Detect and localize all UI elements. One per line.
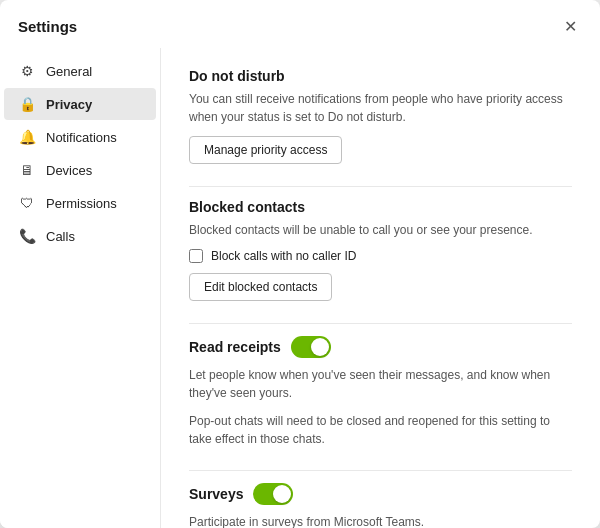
do-not-disturb-title: Do not disturb [189,68,572,84]
sidebar-item-general[interactable]: ⚙General [4,55,156,87]
do-not-disturb-desc: You can still receive notifications from… [189,90,572,126]
title-bar: Settings ✕ [0,0,600,48]
close-button[interactable]: ✕ [558,14,582,38]
sidebar-label-devices: Devices [46,163,92,178]
sidebar-item-calls[interactable]: 📞Calls [4,220,156,252]
surveys-title: Surveys [189,486,243,502]
surveys-toggle[interactable] [253,483,293,505]
edit-blocked-contacts-button[interactable]: Edit blocked contacts [189,273,332,301]
privacy-icon: 🔒 [18,96,36,112]
divider-1 [189,186,572,187]
content-area: ⚙General🔒Privacy🔔Notifications🖥Devices🛡P… [0,48,600,528]
sidebar-label-notifications: Notifications [46,130,117,145]
manage-priority-access-button[interactable]: Manage priority access [189,136,342,164]
sidebar-item-notifications[interactable]: 🔔Notifications [4,121,156,153]
blocked-contacts-title: Blocked contacts [189,199,572,215]
blocked-contacts-desc: Blocked contacts will be unable to call … [189,221,572,239]
read-receipts-desc1: Let people know when you've seen their m… [189,366,572,402]
sidebar-label-general: General [46,64,92,79]
main-content: Do not disturb You can still receive not… [160,48,600,528]
general-icon: ⚙ [18,63,36,79]
surveys-section: Surveys Participate in surveys from Micr… [189,483,572,528]
read-receipts-section: Read receipts Let people know when you'v… [189,336,572,448]
read-receipts-toggle-row: Read receipts [189,336,572,358]
settings-window: Settings ✕ ⚙General🔒Privacy🔔Notification… [0,0,600,528]
read-receipts-toggle[interactable] [291,336,331,358]
sidebar: ⚙General🔒Privacy🔔Notifications🖥Devices🛡P… [0,48,160,528]
notifications-icon: 🔔 [18,129,36,145]
sidebar-label-calls: Calls [46,229,75,244]
block-calls-label: Block calls with no caller ID [211,249,356,263]
do-not-disturb-section: Do not disturb You can still receive not… [189,68,572,164]
sidebar-label-privacy: Privacy [46,97,92,112]
sidebar-item-privacy[interactable]: 🔒Privacy [4,88,156,120]
sidebar-item-permissions[interactable]: 🛡Permissions [4,187,156,219]
block-calls-row: Block calls with no caller ID [189,249,572,263]
read-receipts-desc2: Pop-out chats will need to be closed and… [189,412,572,448]
surveys-desc: Participate in surveys from Microsoft Te… [189,513,572,528]
permissions-icon: 🛡 [18,195,36,211]
window-title: Settings [18,18,77,35]
calls-icon: 📞 [18,228,36,244]
divider-2 [189,323,572,324]
read-receipts-title: Read receipts [189,339,281,355]
sidebar-item-devices[interactable]: 🖥Devices [4,154,156,186]
block-calls-checkbox[interactable] [189,249,203,263]
sidebar-label-permissions: Permissions [46,196,117,211]
blocked-contacts-section: Blocked contacts Blocked contacts will b… [189,199,572,301]
surveys-toggle-row: Surveys [189,483,572,505]
divider-3 [189,470,572,471]
devices-icon: 🖥 [18,162,36,178]
